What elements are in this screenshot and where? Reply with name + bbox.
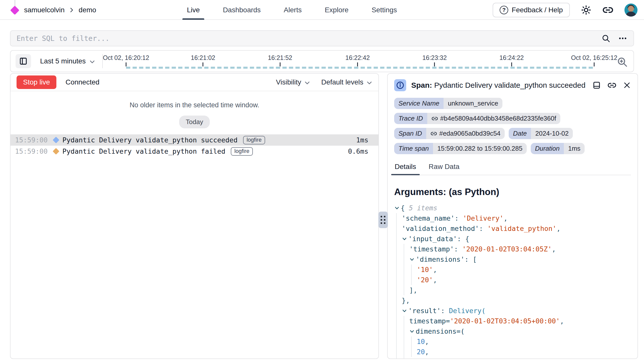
code-token: ,	[433, 266, 437, 274]
dock-panel-icon[interactable]	[592, 81, 601, 90]
timeline-tick: 16:24:22	[499, 54, 524, 66]
panel-resize-handle[interactable]	[378, 212, 388, 228]
code-line: { 5 items	[394, 203, 631, 213]
code-token: :	[441, 307, 449, 315]
default-levels-dropdown[interactable]: Default levels	[321, 78, 372, 86]
code-token: ),	[409, 358, 417, 359]
badge-label: Time span	[394, 143, 433, 154]
indent-guide	[396, 316, 397, 326]
indent-guide	[404, 347, 404, 357]
link-icon[interactable]	[431, 130, 437, 137]
visibility-label: Visibility	[276, 78, 301, 86]
indent-guide	[404, 264, 404, 275]
badge-value[interactable]: #eda9065a0bd39c54	[426, 128, 505, 139]
code-token: Delivery(	[449, 307, 486, 315]
metadata-badge-time-span: Time span15:59:00.282 to 15:59:00.285	[394, 143, 527, 154]
avatar-face	[628, 6, 634, 12]
breadcrumb: samuelcolvin demo	[10, 0, 96, 20]
code-line: '10',	[394, 264, 631, 275]
share-link-icon[interactable]	[602, 5, 613, 16]
panel-divider	[379, 73, 387, 359]
code-token: 'validate_python'	[487, 225, 556, 232]
tab-alerts[interactable]: Alerts	[283, 0, 303, 20]
tick-label: Oct 02, 16:20:12	[103, 54, 149, 61]
more-options-ellipsis-icon[interactable]	[618, 34, 627, 43]
log-row[interactable]: 15:59:00Pydantic Delivery validate_pytho…	[11, 134, 378, 146]
indent-guide	[396, 295, 397, 306]
code-token: :	[455, 214, 463, 222]
time-range-select[interactable]: Last 5 minutes	[40, 57, 95, 65]
collapse-expander-icon[interactable]	[409, 257, 415, 262]
badge-value: 15:59:00.282 to 15:59:00.285	[433, 143, 527, 154]
copy-link-icon[interactable]	[607, 81, 616, 90]
main-nav: LiveDashboardsAlertsExploreSettings	[186, 0, 398, 20]
code-token: ,	[560, 317, 564, 325]
collapse-expander-icon[interactable]	[402, 236, 407, 242]
sql-filter-input[interactable]	[17, 34, 601, 43]
grip-dots-icon	[381, 216, 385, 224]
indent-guide	[404, 316, 404, 326]
arguments-heading: Arguments: (as Python)	[394, 187, 631, 197]
tab-raw-data[interactable]: Raw Data	[428, 163, 460, 175]
level-diamond-icon	[53, 148, 59, 155]
badge-value: 1ms	[564, 143, 585, 154]
zoom-in-icon[interactable]	[616, 56, 628, 68]
code-line: '20',	[394, 275, 631, 285]
code-line: 'schema_name': 'Delivery',	[394, 213, 631, 223]
close-icon[interactable]	[623, 81, 631, 90]
timeline-tick: Oct 02, 16:20:12	[103, 54, 149, 66]
chevron-right-icon	[69, 8, 74, 13]
span-title-prefix: Span:	[411, 81, 432, 89]
tab-dashboards[interactable]: Dashboards	[222, 0, 262, 20]
code-token: ],	[409, 286, 417, 294]
log-timestamp: 15:59:00	[15, 136, 53, 144]
project-name[interactable]: demo	[79, 6, 96, 14]
tab-settings[interactable]: Settings	[371, 0, 398, 20]
badge-row: Span ID#eda9065a0bd39c54Date2024-10-02	[394, 128, 631, 139]
level-diamond-icon	[53, 137, 59, 143]
link-icon[interactable]	[432, 115, 438, 122]
collapse-expander-icon[interactable]	[409, 329, 415, 334]
indent-guide	[411, 264, 412, 275]
tab-explore[interactable]: Explore	[324, 0, 350, 20]
log-list-body: No older items in the selected time wind…	[11, 91, 378, 358]
today-badge[interactable]: Today	[179, 116, 209, 128]
indent-guide	[404, 357, 404, 359]
feedback-help-button[interactable]: ? Feedback / Help	[493, 3, 570, 17]
span-title-text: Pydantic Delivery validate_python succee…	[434, 81, 586, 89]
code-token: 'validation_method'	[402, 225, 479, 232]
badge-value[interactable]: #b4e5809a440dbb3458e68d2335fe360f	[427, 113, 561, 124]
code-token: ,	[433, 276, 437, 284]
tick-label: Oct 02, 16:25:12	[571, 54, 617, 61]
indent-guide	[396, 285, 397, 295]
logfire-logo[interactable]	[10, 0, 20, 20]
code-token: ,	[425, 348, 429, 356]
span-actions	[592, 81, 631, 90]
code-line: 'result': Delivery(	[394, 306, 631, 316]
tab-live[interactable]: Live	[186, 0, 201, 20]
log-message: Pydantic Delivery validate_python succee…	[62, 136, 238, 144]
tick-label: 16:21:02	[191, 54, 215, 61]
badge-value-text: #eda9065a0bd39c54	[439, 130, 500, 137]
theme-toggle-sun-icon[interactable]	[581, 5, 591, 15]
tab-details[interactable]: Details	[394, 163, 417, 175]
visibility-dropdown[interactable]: Visibility	[276, 78, 310, 86]
code-line: 20,	[394, 347, 631, 357]
tick-label: 16:21:52	[268, 54, 292, 61]
code-line: ],	[394, 285, 631, 295]
collapse-expander-icon[interactable]	[394, 205, 400, 211]
log-row[interactable]: 15:59:00Pydantic Delivery validate_pytho…	[11, 146, 378, 157]
org-name[interactable]: samuelcolvin	[24, 6, 65, 14]
timeline-tick: 16:21:52	[268, 54, 292, 66]
badge-row: Service Nameunknown_service	[394, 98, 631, 109]
stop-live-button[interactable]: Stop live	[17, 75, 56, 89]
sidebar-toggle-icon[interactable]	[16, 54, 31, 68]
code-line: timestamp='2020-01-02T03:04:05+00:00',	[394, 316, 631, 326]
search-icon[interactable]	[601, 34, 610, 43]
span-detail-panel: Span: Pydantic Delivery validate_python …	[387, 73, 638, 359]
badge-value: 2024-10-02	[531, 128, 573, 139]
indent-guide	[404, 244, 404, 254]
question-circle-icon: ?	[500, 6, 508, 14]
collapse-expander-icon[interactable]	[402, 308, 407, 314]
user-avatar[interactable]	[624, 4, 637, 17]
